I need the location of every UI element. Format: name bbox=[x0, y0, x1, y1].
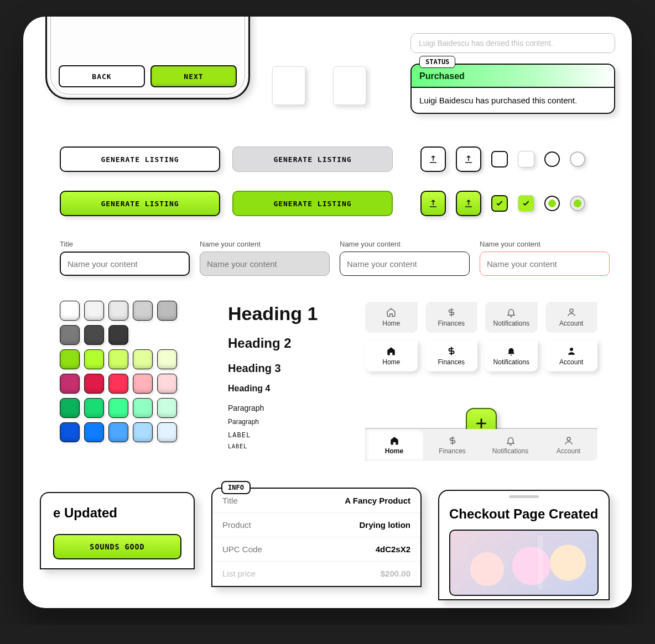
home-icon bbox=[386, 307, 396, 317]
back-button[interactable]: BACK bbox=[59, 65, 145, 87]
tabbar-item-home[interactable]: Home bbox=[365, 429, 423, 461]
radio-unchecked[interactable] bbox=[544, 151, 560, 167]
color-swatch[interactable] bbox=[133, 398, 153, 418]
dollar-icon bbox=[446, 307, 456, 317]
color-swatches bbox=[60, 301, 177, 442]
button-row-default: GENERATE LISTING GENERATE LISTING bbox=[60, 146, 585, 172]
color-swatch[interactable] bbox=[108, 422, 128, 442]
color-swatch[interactable] bbox=[133, 349, 153, 369]
tab-notifications[interactable]: Notifications bbox=[485, 302, 538, 333]
color-swatch[interactable] bbox=[60, 349, 80, 369]
status-badge: STATUS bbox=[419, 56, 455, 68]
color-swatch[interactable] bbox=[157, 349, 177, 369]
color-swatch[interactable] bbox=[157, 398, 177, 418]
status-denied-message: Luigi Baidescu has denied this content. bbox=[410, 33, 615, 53]
generate-listing-button-primary-flat[interactable]: GENERATE LISTING bbox=[232, 191, 393, 216]
input-label: Name your content bbox=[200, 240, 330, 248]
color-swatch[interactable] bbox=[60, 422, 80, 442]
placeholder-card bbox=[333, 66, 366, 105]
color-swatch[interactable] bbox=[157, 301, 177, 321]
color-swatch[interactable] bbox=[108, 349, 128, 369]
tab-variants: Home Finances Notifications Account Home… bbox=[365, 302, 597, 371]
check-icon bbox=[522, 199, 531, 208]
tab-finances-raised[interactable]: Finances bbox=[425, 341, 478, 371]
color-swatch[interactable] bbox=[84, 398, 104, 418]
color-swatch[interactable] bbox=[108, 325, 128, 345]
color-swatch[interactable] bbox=[60, 301, 80, 321]
tab-label: Notifications bbox=[493, 320, 529, 327]
upload-button[interactable] bbox=[420, 146, 446, 172]
name-input-error[interactable] bbox=[480, 252, 610, 276]
heading-3: Heading 3 bbox=[228, 362, 355, 375]
tab-finances[interactable]: Finances bbox=[425, 302, 478, 333]
svg-point-2 bbox=[567, 437, 570, 441]
phone-frame-inner: BACK NEXT bbox=[50, 17, 245, 95]
upload-button-raised[interactable] bbox=[456, 146, 481, 172]
tab-label: Account bbox=[559, 320, 583, 327]
checkout-title: Checkout Page Created bbox=[449, 506, 599, 522]
heading-1: Heading 1 bbox=[228, 303, 355, 324]
generate-listing-button[interactable]: GENERATE LISTING bbox=[60, 146, 220, 172]
color-swatch[interactable] bbox=[84, 422, 104, 442]
home-icon bbox=[386, 346, 396, 356]
upload-icon bbox=[428, 198, 438, 208]
tab-home-raised[interactable]: Home bbox=[365, 341, 418, 371]
color-swatch[interactable] bbox=[157, 422, 177, 442]
color-swatch[interactable] bbox=[60, 374, 80, 394]
color-swatch[interactable] bbox=[60, 325, 80, 345]
input-disabled: Name your content bbox=[200, 240, 330, 276]
name-input-outline[interactable] bbox=[340, 252, 470, 276]
tab-account[interactable]: Account bbox=[545, 302, 598, 333]
color-swatch[interactable] bbox=[84, 349, 104, 369]
input-outline: Name your content bbox=[340, 240, 470, 276]
color-swatch[interactable] bbox=[84, 374, 104, 394]
tabbar-label: Account bbox=[557, 447, 580, 455]
tab-notifications-raised[interactable]: Notifications bbox=[485, 341, 538, 371]
color-swatch[interactable] bbox=[60, 398, 80, 418]
design-system-canvas: BACK NEXT Luigi Baidescu has denied this… bbox=[23, 17, 632, 608]
upload-icon bbox=[428, 154, 438, 164]
color-swatch[interactable] bbox=[157, 374, 177, 394]
upload-icon bbox=[464, 198, 474, 208]
home-icon bbox=[389, 436, 399, 446]
color-swatch[interactable] bbox=[108, 398, 128, 418]
upload-button-active[interactable] bbox=[420, 191, 446, 216]
radio-unchecked-raised[interactable] bbox=[570, 151, 585, 167]
color-swatch[interactable] bbox=[108, 374, 128, 394]
drag-handle[interactable] bbox=[509, 495, 539, 498]
name-input-disabled bbox=[200, 252, 330, 276]
radio-checked[interactable] bbox=[544, 196, 560, 211]
checkbox-checked-raised[interactable] bbox=[518, 195, 534, 212]
radio-checked-raised[interactable] bbox=[570, 196, 585, 211]
info-value: A Fancy Product bbox=[345, 496, 410, 505]
sounds-good-button[interactable]: SOUNDS GOOD bbox=[53, 534, 181, 559]
tabbar-item-account[interactable]: Account bbox=[539, 429, 597, 461]
color-swatch[interactable] bbox=[133, 301, 153, 321]
tabbar-label: Notifications bbox=[492, 447, 528, 455]
info-row: ProductDrying lotion bbox=[212, 513, 420, 537]
tab-account-raised[interactable]: Account bbox=[545, 341, 598, 371]
tab-label: Notifications bbox=[493, 358, 529, 366]
typography-sample: Heading 1 Heading 2 Heading 3 Heading 4 … bbox=[228, 303, 355, 454]
placeholder-card bbox=[272, 66, 305, 105]
color-swatch[interactable] bbox=[108, 301, 128, 321]
checkbox-checked[interactable] bbox=[491, 195, 508, 212]
phone-frame-bottom: BACK NEXT bbox=[45, 17, 250, 100]
color-swatch[interactable] bbox=[84, 301, 104, 321]
title-input[interactable] bbox=[60, 252, 190, 276]
color-swatch[interactable] bbox=[133, 374, 153, 394]
checkbox-unchecked[interactable] bbox=[491, 151, 508, 167]
upload-button-active-raised[interactable] bbox=[456, 191, 481, 216]
tabbar-item-finances[interactable]: Finances bbox=[423, 429, 481, 461]
label-text-small: LABEL bbox=[228, 443, 355, 449]
color-swatch[interactable] bbox=[84, 325, 104, 345]
tabbar-label: Finances bbox=[439, 447, 466, 455]
heading-2: Heading 2 bbox=[228, 336, 355, 351]
next-button[interactable]: NEXT bbox=[150, 65, 237, 87]
dollar-icon bbox=[448, 436, 458, 446]
color-swatch[interactable] bbox=[133, 422, 153, 442]
tabbar-item-notifications[interactable]: Notifications bbox=[481, 429, 539, 461]
checkbox-unchecked-raised[interactable] bbox=[518, 151, 534, 167]
generate-listing-button-primary[interactable]: GENERATE LISTING bbox=[60, 191, 220, 216]
tab-home[interactable]: Home bbox=[365, 302, 418, 333]
